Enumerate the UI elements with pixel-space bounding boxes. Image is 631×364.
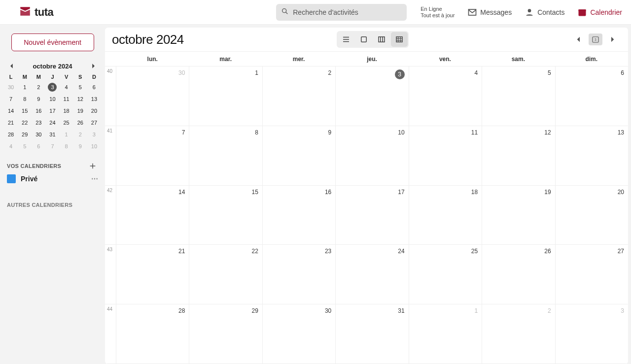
view-month-button[interactable]: [391, 32, 408, 47]
mini-day[interactable]: 28: [4, 130, 18, 139]
nav-calendar[interactable]: Calendrier: [574, 5, 625, 19]
day-cell[interactable]: 15: [189, 186, 262, 245]
view-day-button[interactable]: [355, 32, 372, 47]
day-cell[interactable]: 10: [335, 126, 408, 185]
mini-day[interactable]: 24: [45, 118, 59, 127]
mini-day[interactable]: 25: [60, 118, 73, 127]
calendar-more-icon[interactable]: ⋯: [91, 175, 98, 183]
mini-prev-month[interactable]: [7, 61, 17, 71]
mini-next-month[interactable]: [88, 61, 98, 71]
day-cell[interactable]: 3: [555, 304, 628, 364]
day-cell[interactable]: 16: [262, 186, 335, 245]
person-icon: [525, 7, 534, 17]
mini-day[interactable]: 3: [87, 130, 101, 139]
day-cell[interactable]: 17: [335, 186, 408, 245]
day-cell[interactable]: 29: [189, 304, 262, 364]
day-cell[interactable]: 31: [335, 304, 408, 364]
mini-day[interactable]: 7: [45, 142, 59, 151]
mini-day[interactable]: 2: [32, 83, 45, 92]
mini-day[interactable]: 13: [87, 95, 101, 103]
mini-day[interactable]: 5: [73, 83, 87, 92]
mini-day[interactable]: 9: [73, 142, 87, 151]
search-box[interactable]: [276, 4, 407, 21]
mini-day[interactable]: 20: [87, 106, 101, 115]
add-calendar-button[interactable]: [87, 161, 98, 171]
view-agenda-button[interactable]: [338, 32, 354, 47]
nav-messages[interactable]: Messages: [464, 5, 515, 19]
day-cell[interactable]: 30: [116, 66, 189, 126]
day-cell[interactable]: 1: [189, 66, 262, 126]
day-cell[interactable]: 11: [409, 126, 482, 185]
mini-day[interactable]: 29: [18, 130, 32, 139]
day-cell[interactable]: 21: [116, 245, 189, 304]
day-cell[interactable]: 3: [335, 66, 408, 126]
day-cell[interactable]: 14: [116, 186, 189, 245]
day-cell[interactable]: 24: [335, 245, 408, 304]
mini-day[interactable]: 7: [4, 95, 18, 103]
mini-day[interactable]: 21: [4, 118, 18, 127]
mini-day[interactable]: 6: [87, 83, 101, 92]
mini-day[interactable]: 27: [87, 118, 101, 127]
mini-day[interactable]: 11: [60, 95, 73, 103]
day-cell[interactable]: 28: [116, 304, 189, 364]
mini-day[interactable]: 17: [45, 106, 59, 115]
mini-day[interactable]: 4: [60, 83, 73, 92]
mini-day[interactable]: 1: [18, 83, 32, 92]
mini-day[interactable]: 26: [73, 118, 87, 127]
day-cell[interactable]: 20: [555, 186, 628, 245]
mini-day[interactable]: 8: [60, 142, 73, 151]
your-calendars-label: VOS CALENDRIERS: [7, 163, 61, 169]
day-cell[interactable]: 4: [409, 66, 482, 126]
next-period-button[interactable]: [605, 33, 619, 46]
day-cell[interactable]: 2: [262, 66, 335, 126]
day-cell[interactable]: 23: [262, 245, 335, 304]
mini-day[interactable]: 31: [45, 130, 59, 139]
day-cell[interactable]: 8: [189, 126, 262, 185]
mini-day[interactable]: 9: [32, 95, 45, 103]
mini-day[interactable]: 3: [48, 83, 57, 92]
view-week-button[interactable]: [373, 32, 390, 47]
mini-day[interactable]: 30: [32, 130, 45, 139]
mini-day[interactable]: 23: [32, 118, 45, 127]
mini-day[interactable]: 2: [73, 130, 87, 139]
mini-day[interactable]: 6: [32, 142, 45, 151]
day-cell[interactable]: 12: [482, 126, 555, 185]
mini-grid: LMMJVSD301234567891011121314151617181920…: [4, 74, 101, 151]
mini-day[interactable]: 14: [4, 106, 18, 115]
mini-day[interactable]: 30: [4, 83, 18, 92]
mini-day[interactable]: 22: [18, 118, 32, 127]
mini-day[interactable]: 19: [73, 106, 87, 115]
day-cell[interactable]: 6: [555, 66, 628, 126]
logo[interactable]: tuta: [19, 5, 53, 20]
mini-day[interactable]: 5: [18, 142, 32, 151]
mini-day[interactable]: 15: [18, 106, 32, 115]
day-cell[interactable]: 26: [482, 245, 555, 304]
mini-day[interactable]: 10: [87, 142, 101, 151]
new-event-button[interactable]: Nouvel évènement: [11, 33, 94, 51]
day-cell[interactable]: 25: [409, 245, 482, 304]
day-cell[interactable]: 27: [555, 245, 628, 304]
nav-contacts[interactable]: Contacts: [522, 5, 567, 19]
day-cell[interactable]: 1: [409, 304, 482, 364]
mini-day[interactable]: 18: [60, 106, 73, 115]
day-cell[interactable]: 22: [189, 245, 262, 304]
calendar-item[interactable]: Privé⋯: [3, 171, 102, 186]
day-cell[interactable]: 30: [262, 304, 335, 364]
day-cell[interactable]: 19: [482, 186, 555, 245]
mini-day[interactable]: 16: [32, 106, 45, 115]
day-cell[interactable]: 2: [482, 304, 555, 364]
search-input[interactable]: [293, 8, 402, 16]
mini-day[interactable]: 1: [60, 130, 73, 139]
day-cell[interactable]: 7: [116, 126, 189, 185]
week-row: 4428293031123: [105, 304, 628, 364]
day-cell[interactable]: 9: [262, 126, 335, 185]
mini-day[interactable]: 8: [18, 95, 32, 103]
mini-day[interactable]: 4: [4, 142, 18, 151]
today-button[interactable]: 3: [589, 33, 602, 45]
day-cell[interactable]: 13: [555, 126, 628, 185]
day-cell[interactable]: 18: [409, 186, 482, 245]
mini-day[interactable]: 10: [45, 95, 59, 103]
day-cell[interactable]: 5: [482, 66, 555, 126]
prev-period-button[interactable]: [572, 33, 586, 46]
mini-day[interactable]: 12: [73, 95, 87, 103]
